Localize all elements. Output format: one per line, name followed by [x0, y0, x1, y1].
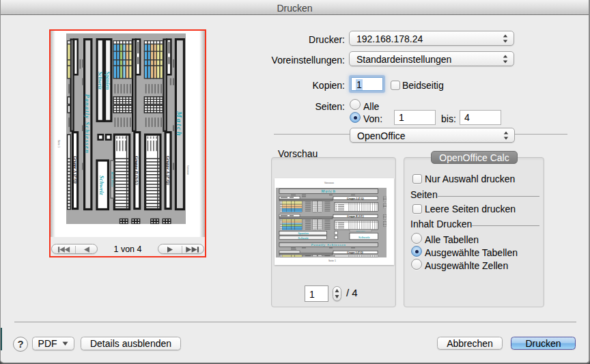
svg-text:Blxxlx Plxxx: Blxxlx Plxxx — [111, 171, 114, 187]
svg-text:Gruppe B (S/U): Gruppe B (S/U) — [347, 215, 364, 218]
svg-text:Schweiz: Schweiz — [98, 176, 105, 195]
svg-text:Gruppe B (S/U): Gruppe B (S/U) — [134, 156, 139, 184]
svg-text:Schweiz: Schweiz — [97, 72, 103, 90]
svg-text:Match: Match — [320, 188, 336, 193]
svg-text:Spanien: Spanien — [104, 71, 111, 89]
svg-text:Schweiz: Schweiz — [359, 236, 370, 239]
svg-text:Gruppe A (F/Q): Gruppe A (F/Q) — [347, 251, 363, 254]
svg-text:Panatly Schiessen: Panatly Schiessen — [84, 94, 91, 154]
svg-text:Blxxlx Plxxx: Blxxlx Plxxx — [356, 230, 366, 232]
svg-text:Panatly Schiessen: Panatly Schiessen — [311, 243, 346, 247]
svg-text:Schweiz: Schweiz — [298, 236, 309, 240]
svg-text:Match: Match — [175, 111, 183, 137]
svg-text:Spanien: Spanien — [298, 232, 309, 235]
svg-text:Gruppe A (F/Q): Gruppe A (F/Q) — [347, 197, 364, 200]
svg-text:Gruppe A (F/Q): Gruppe A (F/Q) — [72, 156, 78, 184]
svg-text:Gruppe A (F/Q): Gruppe A (F/Q) — [165, 156, 171, 185]
